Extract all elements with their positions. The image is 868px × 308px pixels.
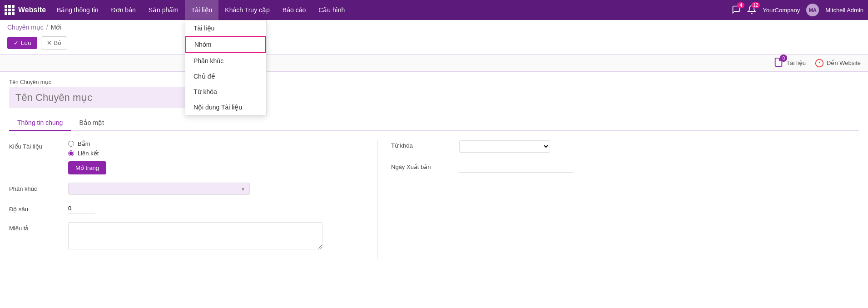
nav-item-tailieu[interactable]: Tài liệu Tài liệu Nhóm Phân khúc Chủ đề …: [185, 0, 218, 20]
doc-type-option1[interactable]: Bắm: [68, 140, 363, 147]
phan-khuc-select[interactable]: [68, 183, 250, 195]
nav-item-settings[interactable]: Cấu hình: [312, 0, 351, 20]
dropdown-item-noidung[interactable]: Nội dung Tài liệu: [185, 99, 266, 115]
discard-x-icon: ✕: [47, 40, 52, 46]
discard-button[interactable]: ✕ Bỏ: [41, 36, 67, 50]
user-name: Mitchell Admin: [825, 7, 863, 14]
phan-khuc-select-wrapper: [68, 183, 250, 195]
title-input[interactable]: [9, 87, 200, 108]
nav-item-reports[interactable]: Báo cáo: [276, 0, 312, 20]
do-sau-row: Độ sâu: [9, 203, 363, 214]
title-field-label: Tên Chuyên mục: [9, 79, 859, 85]
top-navigation: Website Bảng thông tin Đơn bán Sản phẩm …: [0, 0, 868, 20]
do-sau-content: [68, 203, 363, 214]
mieu-ta-row: Miêu tả: [9, 222, 363, 251]
ngay-xuat-ban-row: Ngày Xuất bản: [391, 162, 859, 173]
warning-icon: [815, 59, 824, 68]
dropdown-item-tailieu[interactable]: Tài liệu: [185, 20, 266, 36]
nav-menu: Bảng thông tin Đơn bán Sản phẩm Tài liệu…: [50, 0, 732, 20]
tabs-bar: Thông tin chung Bảo mật: [9, 115, 859, 131]
save-checkmark-icon: ✓: [14, 40, 19, 46]
save-button[interactable]: ✓ Lưu: [7, 37, 37, 49]
topnav-right: 4 12 YourCompany MA Mitchell Admin: [732, 4, 863, 16]
doc-type-radio1[interactable]: [68, 141, 74, 147]
messages-badge: 12: [751, 2, 760, 8]
doc-label: Tài liệu: [786, 60, 806, 66]
nav-item-dashboard[interactable]: Bảng thông tin: [50, 0, 105, 20]
website-link[interactable]: Đến Website: [815, 59, 861, 68]
company-name: YourCompany: [763, 7, 800, 14]
breadcrumb: Chuyên mục / Mới: [0, 20, 868, 35]
doc-type-label: Kiểu Tài liệu: [9, 140, 68, 150]
action-bar: ✓ Lưu ✕ Bỏ: [0, 35, 868, 54]
mieu-ta-textarea[interactable]: [68, 222, 322, 249]
two-cols-layout: Kiểu Tài liệu Bắm Liên kết: [9, 140, 859, 259]
open-page-button[interactable]: Mở trang: [68, 161, 106, 174]
form-section: Kiểu Tài liệu Bắm Liên kết: [9, 131, 859, 259]
breadcrumb-current: Mới: [51, 24, 62, 31]
site-name: Website: [18, 6, 46, 14]
doc-type-content: Bắm Liên kết Mở trang: [68, 140, 363, 174]
doc-type-radio2[interactable]: [68, 150, 74, 156]
doc-count-badge[interactable]: 0 Tài liệu: [774, 57, 806, 69]
tab-security[interactable]: Bảo mật: [71, 115, 112, 131]
dropdown-item-nhom[interactable]: Nhóm: [185, 36, 266, 53]
dropdown-item-phankhuc[interactable]: Phân khúc: [185, 53, 266, 69]
nav-item-visitors[interactable]: Khách Truy cập: [218, 0, 276, 20]
notifications-icon[interactable]: 4: [732, 5, 741, 15]
tu-khoa-select[interactable]: [459, 140, 550, 153]
dropdown-item-tukhoa[interactable]: Từ khóa: [185, 84, 266, 99]
messages-icon[interactable]: 12: [747, 5, 756, 15]
nav-item-orders[interactable]: Đơn bán: [105, 0, 142, 20]
phan-khuc-label: Phân khúc: [9, 183, 68, 192]
left-column: Kiểu Tài liệu Bắm Liên kết: [9, 140, 363, 259]
phan-khuc-content: [68, 183, 363, 195]
notifications-badge: 4: [737, 2, 744, 8]
logo-area[interactable]: Website: [5, 5, 46, 15]
do-sau-input[interactable]: [68, 203, 95, 214]
tu-khoa-label: Từ khóa: [391, 140, 459, 149]
right-column: Từ khóa Ngày Xuất bản: [391, 140, 859, 259]
website-label: Đến Website: [827, 60, 861, 66]
doc-type-row: Kiểu Tài liệu Bắm Liên kết: [9, 140, 363, 174]
ngay-xuat-ban-input[interactable]: [459, 162, 573, 173]
tab-general-info[interactable]: Thông tin chung: [9, 115, 71, 131]
tu-khoa-content: [459, 140, 550, 153]
nav-item-products[interactable]: Sản phẩm: [142, 0, 185, 20]
mieu-ta-label: Miêu tả: [9, 222, 68, 232]
doc-count-icon: 0: [774, 57, 784, 69]
mieu-ta-content: [68, 222, 363, 251]
phan-khuc-row: Phân khúc: [9, 183, 363, 195]
form-container: Tên Chuyên mục VI Thông tin chung Bảo mậ…: [0, 72, 868, 266]
do-sau-label: Độ sâu: [9, 203, 68, 213]
doc-type-radio-group: Bắm Liên kết: [68, 140, 363, 157]
breadcrumb-parent[interactable]: Chuyên mục: [7, 24, 44, 31]
column-divider: [377, 140, 377, 259]
ngay-xuat-ban-label: Ngày Xuất bản: [391, 162, 459, 170]
avatar[interactable]: MA: [806, 4, 819, 16]
top-info-bar: 0 Tài liệu Đến Website: [0, 54, 868, 72]
breadcrumb-separator: /: [46, 24, 48, 31]
doc-type-option2[interactable]: Liên kết: [68, 150, 363, 157]
tailieu-dropdown: Tài liệu Nhóm Phân khúc Chủ đề Từ khóa N…: [185, 20, 267, 115]
dropdown-item-chude[interactable]: Chủ đề: [185, 69, 266, 84]
ngay-xuat-ban-content: [459, 162, 573, 173]
grid-icon: [5, 5, 15, 15]
tu-khoa-row: Từ khóa: [391, 140, 859, 153]
